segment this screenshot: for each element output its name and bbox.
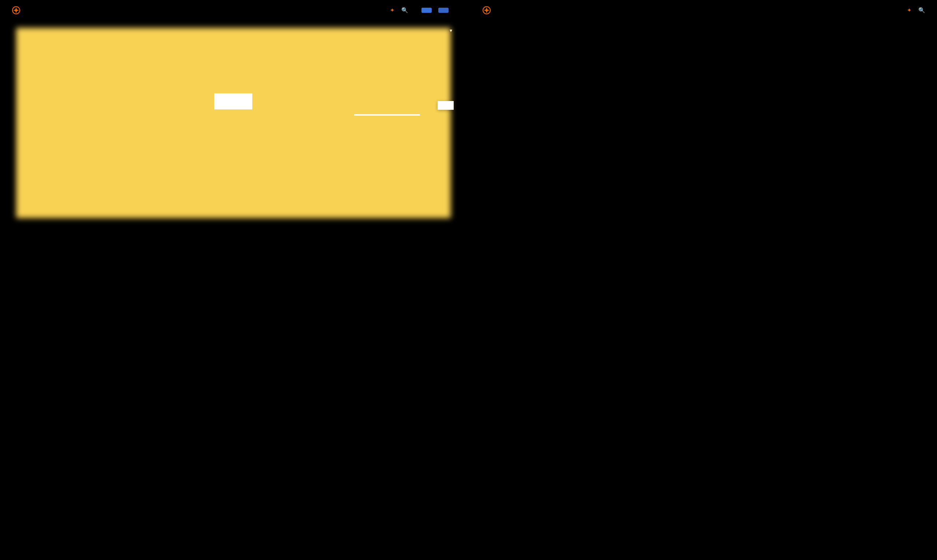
- callout-line: [354, 114, 420, 115]
- contact-button-2[interactable]: [438, 8, 448, 13]
- step2-megamenu: ✦ 🔍: [470, 0, 937, 270]
- contact-button[interactable]: [421, 8, 432, 13]
- hero-blurred: [16, 28, 451, 218]
- step1-homepage: ✦ 🔍 ▾: [0, 0, 467, 270]
- search-icon[interactable]: 🔍: [919, 7, 925, 14]
- url-callout: [214, 93, 252, 109]
- brand[interactable]: [12, 6, 23, 15]
- topnav-q1: ✦ 🔍: [0, 0, 467, 20]
- grafana-logo-icon: [482, 6, 491, 15]
- brand[interactable]: [482, 6, 493, 15]
- grafana-logo-icon: [12, 6, 20, 15]
- search-icon[interactable]: 🔍: [401, 7, 408, 14]
- step-1-badge: [438, 101, 454, 110]
- sparkle-icon[interactable]: ✦: [907, 7, 912, 14]
- sparkle-icon[interactable]: ✦: [390, 7, 395, 14]
- topnav-q2: ✦ 🔍: [470, 0, 937, 20]
